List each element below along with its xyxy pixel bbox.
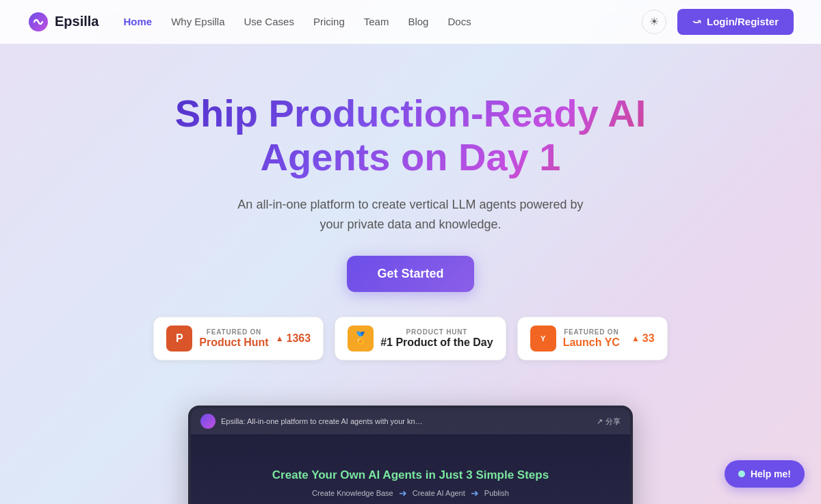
get-started-button[interactable]: Get Started	[347, 256, 473, 292]
video-header: Epsilla: All-in-one platform to create A…	[191, 408, 630, 434]
product-hunt-main-label: Product Hunt	[199, 336, 268, 349]
logo-text: Epsilla	[55, 14, 99, 29]
yc-badge[interactable]: Y FEATURED ON Launch YC ▲ 33	[517, 317, 668, 360]
video-section: Epsilla: All-in-one platform to create A…	[0, 406, 821, 504]
nav-links: Home Why Epsilla Use Cases Pricing Team …	[123, 16, 471, 28]
step-arrow-2: ➜	[471, 488, 479, 499]
nav-item-team[interactable]: Team	[364, 16, 389, 28]
login-icon: ⤻	[692, 16, 701, 28]
logo-link[interactable]: Epsilla	[27, 11, 99, 33]
hero-title: Ship Production-Ready AI Agents on Day 1	[137, 92, 684, 180]
yc-icon: Y	[530, 326, 556, 352]
hero-subtitle: An all-in-one platform to create vertica…	[226, 195, 595, 235]
yc-score: ▲ 33	[631, 332, 655, 345]
product-hunt-score: ▲ 1363	[276, 332, 311, 345]
video-logo-row: Epsilla: All-in-one platform to create A…	[200, 414, 426, 429]
share-button[interactable]: ↗ 分享	[597, 416, 621, 427]
medal-icon: 🏅	[348, 326, 374, 352]
video-logo-circle	[200, 414, 216, 429]
help-dot-icon	[738, 470, 745, 477]
nav-left: Epsilla Home Why Epsilla Use Cases Prici…	[27, 11, 471, 33]
nav-item-blog[interactable]: Blog	[408, 16, 428, 28]
video-content-title: Create Your Own AI Agents in Just 3 Simp…	[272, 468, 549, 482]
product-hunt-badge-content: FEATURED ON Product Hunt	[199, 328, 268, 349]
product-hunt-badge[interactable]: P FEATURED ON Product Hunt ▲ 1363	[153, 317, 324, 360]
step-1-label: Create Knowledge Base	[312, 489, 393, 497]
help-button[interactable]: Help me!	[725, 460, 805, 488]
hero-section: Ship Production-Ready AI Agents on Day 1…	[0, 44, 821, 406]
epsilla-logo-icon	[27, 11, 49, 33]
nav-item-why[interactable]: Why Epsilla	[171, 16, 224, 28]
video-inner: Epsilla: All-in-one platform to create A…	[191, 408, 630, 504]
login-register-button[interactable]: ⤻ Login/Register	[677, 9, 794, 35]
video-content: Create Your Own AI Agents in Just 3 Simp…	[265, 462, 556, 504]
product-of-day-badge[interactable]: 🏅 PRODUCT HUNT #1 Product of the Day	[335, 317, 506, 360]
step-2-label: Create AI Agent	[413, 489, 465, 497]
share-icon: ↗	[597, 417, 603, 426]
product-of-day-label: PRODUCT HUNT	[380, 328, 493, 336]
chevron-up-yc-icon: ▲	[631, 334, 640, 343]
yc-featured-label: FEATURED ON	[563, 328, 620, 336]
step-3-label: Publish	[484, 489, 509, 497]
nav-right: ☀ ⤻ Login/Register	[642, 9, 794, 35]
yc-badge-content: FEATURED ON Launch YC	[563, 328, 620, 349]
product-hunt-featured-label: FEATURED ON	[199, 328, 268, 336]
video-steps: Create Knowledge Base ➜ Create AI Agent …	[272, 488, 549, 499]
step-arrow-1: ➜	[399, 488, 407, 499]
chevron-up-icon: ▲	[276, 334, 284, 343]
nav-item-pricing[interactable]: Pricing	[313, 16, 345, 28]
yc-main-label: Launch YC	[563, 336, 620, 349]
video-container[interactable]: Epsilla: All-in-one platform to create A…	[188, 406, 633, 504]
nav-item-home[interactable]: Home	[123, 16, 152, 28]
sun-icon: ☀	[649, 15, 659, 28]
navbar: Epsilla Home Why Epsilla Use Cases Prici…	[0, 0, 821, 44]
product-hunt-icon: P	[166, 326, 192, 352]
video-title-text: Epsilla: All-in-one platform to create A…	[221, 417, 426, 425]
product-of-day-main: #1 Product of the Day	[380, 336, 493, 349]
nav-item-docs[interactable]: Docs	[447, 16, 471, 28]
badges-row: P FEATURED ON Product Hunt ▲ 1363 🏅 PROD…	[14, 317, 807, 360]
product-of-day-content: PRODUCT HUNT #1 Product of the Day	[380, 328, 493, 349]
nav-item-usecases[interactable]: Use Cases	[244, 16, 294, 28]
theme-toggle-button[interactable]: ☀	[642, 10, 666, 34]
